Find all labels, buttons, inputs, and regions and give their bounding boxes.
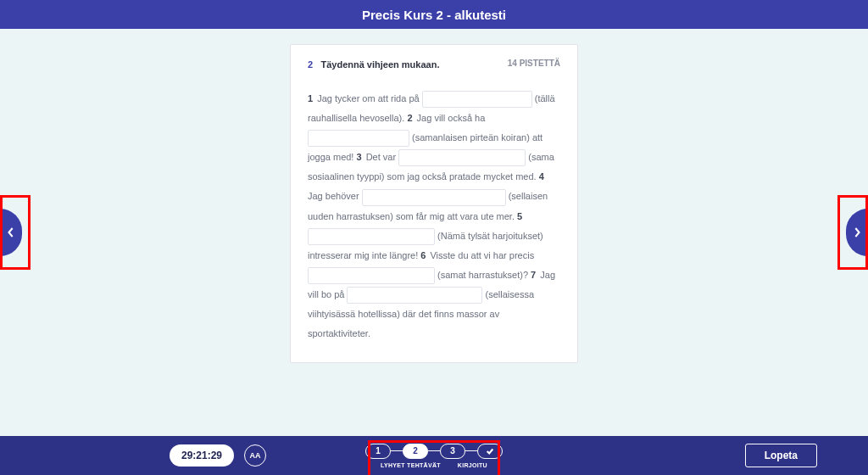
footer-bar: 29:21:29 AA 123 LYHYET TEHTÄVÄTKIRJOITU … — [0, 436, 868, 475]
end-button[interactable]: Lopeta — [745, 444, 817, 467]
item-number: 7 — [531, 270, 536, 280]
step-connector — [428, 450, 440, 451]
item-number: 4 — [539, 171, 544, 182]
step-pill-3[interactable]: 3 — [440, 444, 465, 459]
step-pill-2[interactable]: 2 — [403, 444, 428, 459]
item-number: 1 — [308, 93, 313, 103]
step-label: LYHYET TEHTÄVÄT — [381, 462, 441, 468]
answer-input[interactable] — [398, 149, 526, 166]
step-navigator: 123 LYHYET TEHTÄVÄTKIRJOITU — [365, 444, 503, 468]
font-size-button[interactable]: AA — [244, 444, 266, 467]
timer: 29:21:29 — [170, 444, 234, 467]
question-title: Täydennä vihjeen mukaan. — [320, 59, 439, 70]
question-body: 1 Jag tycker om att rida på (tällä rauha… — [308, 89, 560, 344]
item-number: 6 — [420, 250, 426, 260]
prev-button[interactable] — [0, 209, 22, 256]
item-number: 2 — [407, 113, 412, 123]
answer-input[interactable] — [362, 189, 506, 206]
check-icon — [486, 447, 494, 455]
step-label: KIRJOITU — [458, 462, 487, 468]
answer-input[interactable] — [308, 267, 435, 284]
question-card: 2 Täydennä vihjeen mukaan. 14 PISTETTÄ 1… — [290, 44, 578, 363]
item-number: 3 — [356, 152, 361, 162]
step-pill-1[interactable]: 1 — [365, 444, 391, 459]
answer-input[interactable] — [422, 91, 532, 108]
page-title: Precis Kurs 2 - alkutesti — [362, 8, 506, 22]
answer-input[interactable] — [308, 130, 409, 147]
next-button[interactable] — [846, 209, 868, 256]
step-connector — [391, 450, 403, 451]
question-points: 14 PISTETTÄ — [508, 59, 560, 68]
item-number: 5 — [517, 211, 522, 221]
answer-input[interactable] — [347, 287, 482, 304]
step-connector — [465, 450, 477, 451]
chevron-left-icon — [7, 226, 15, 238]
step-pill-finish[interactable] — [477, 444, 503, 459]
question-number: 2 — [308, 59, 313, 70]
chevron-right-icon — [853, 226, 861, 238]
stage: 2 Täydennä vihjeen mukaan. 14 PISTETTÄ 1… — [0, 29, 868, 436]
answer-input[interactable] — [308, 228, 435, 245]
